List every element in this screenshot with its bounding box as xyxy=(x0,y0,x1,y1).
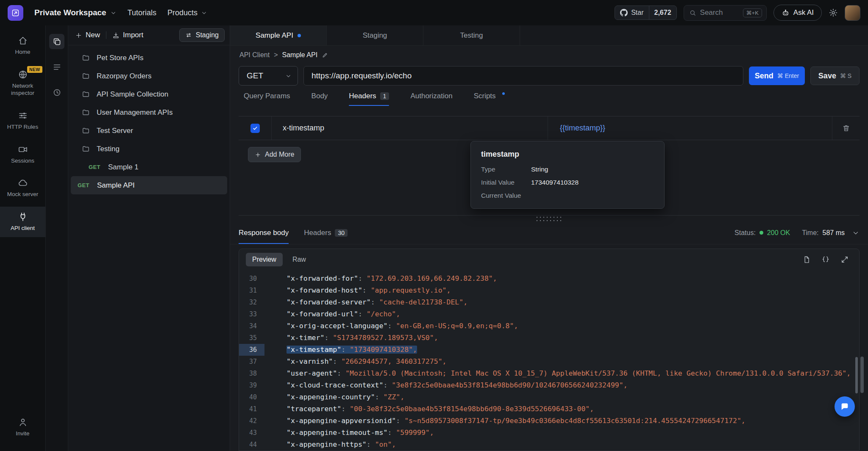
request-sample-api[interactable]: GETSample API xyxy=(71,176,227,194)
breadcrumb: API Client > Sample API xyxy=(230,46,868,64)
collections-panel-button[interactable] xyxy=(49,34,64,49)
sidebar-item-label: Home xyxy=(15,49,30,56)
request-tab-label: Scripts xyxy=(474,92,496,100)
header-enabled-checkbox[interactable] xyxy=(250,124,260,133)
collection-testing[interactable]: Testing xyxy=(68,140,230,158)
request-tab-headers[interactable]: Headers1 xyxy=(349,86,389,106)
request-tab-scripts[interactable]: Scripts xyxy=(474,86,505,106)
main-content: Sample APIStagingTesting API Client > Sa… xyxy=(230,25,868,451)
url-input[interactable] xyxy=(312,71,735,80)
view-preview-button[interactable]: Preview xyxy=(246,253,283,266)
sidebar-item-home[interactable]: Home xyxy=(0,30,45,61)
header-value-field[interactable]: {{timestamp}} xyxy=(548,116,832,140)
home-icon xyxy=(18,36,28,46)
ask-ai-label: Ask AI xyxy=(793,8,814,17)
method-select[interactable]: GET xyxy=(239,66,298,86)
code-line: 33"x-forwarded-url": "/echo", xyxy=(239,308,859,320)
workspace-switcher[interactable]: Private Workspace xyxy=(34,8,117,17)
folder-icon xyxy=(82,145,90,153)
requestly-logo-icon[interactable] xyxy=(8,5,23,21)
expand-icon[interactable] xyxy=(840,255,849,264)
line-number: 33 xyxy=(239,308,264,320)
collection-razorpay-orders[interactable]: Razorpay Orders xyxy=(68,67,230,85)
window-scrollbar[interactable] xyxy=(860,357,864,393)
line-number: 42 xyxy=(239,415,264,427)
response-scrollbar[interactable] xyxy=(855,357,858,393)
delete-header-button[interactable] xyxy=(832,116,860,140)
folder-icon xyxy=(82,54,90,62)
plus-icon xyxy=(255,152,261,158)
doc-tab-testing[interactable]: Testing xyxy=(423,25,520,45)
sidebar-item-sessions[interactable]: Sessions xyxy=(0,139,45,170)
search-input[interactable] xyxy=(700,8,739,17)
tab-response-headers[interactable]: Headers 30 xyxy=(304,221,348,244)
code-line: 37"x-varnish": "2662944577, 3460317275", xyxy=(239,356,859,368)
sidebar-item-api-client[interactable]: API client xyxy=(0,207,45,237)
nav-tutorials-label: Tutorials xyxy=(128,8,156,17)
breadcrumb-root[interactable]: API Client xyxy=(239,51,270,59)
environments-panel-button[interactable] xyxy=(49,59,64,75)
settings-gear-icon[interactable] xyxy=(829,8,838,17)
doc-tab-sample-api[interactable]: Sample API xyxy=(230,25,327,45)
pane-resize-handle[interactable] xyxy=(535,216,563,222)
sidebar-item-http-rules[interactable]: HTTP Rules xyxy=(0,105,45,136)
variable-popover: timestamp TypeStringInitial Value1734097… xyxy=(470,141,665,209)
search-box[interactable]: ⌘+K xyxy=(684,5,767,21)
doc-tab-staging[interactable]: Staging xyxy=(327,25,423,45)
variable-popover-title: timestamp xyxy=(481,150,654,159)
request-tab-authorization[interactable]: Authorization xyxy=(410,86,452,106)
folder-icon xyxy=(82,127,90,135)
response-header: Response body Headers 30 Status: 200 OK … xyxy=(230,221,868,244)
save-button[interactable]: Save ⌘ S xyxy=(810,66,860,85)
environment-name: Staging xyxy=(196,31,219,39)
github-star-widget[interactable]: Star 2,672 xyxy=(615,6,676,20)
format-braces-icon[interactable] xyxy=(821,255,830,264)
collection-api-sample-collection[interactable]: API Sample Collection xyxy=(68,85,230,103)
primary-sidebar: HomeNEWNetwork inspectorHTTP RulesSessio… xyxy=(0,25,46,451)
sidebar-item-network-inspector[interactable]: NEWNetwork inspector xyxy=(0,64,45,102)
tree-item-name: API Sample Collection xyxy=(97,90,168,99)
add-more-button[interactable]: Add More xyxy=(248,147,301,162)
nav-tutorials[interactable]: Tutorials xyxy=(128,8,156,17)
new-button[interactable]: New xyxy=(75,31,100,39)
nav-products-label: Products xyxy=(167,8,198,17)
send-button[interactable]: Send ⌘ Enter xyxy=(749,66,805,85)
request-tab-query-params[interactable]: Query Params xyxy=(244,86,290,106)
search-icon xyxy=(689,9,696,17)
ask-ai-button[interactable]: Ask AI xyxy=(773,5,822,21)
check-icon xyxy=(252,125,258,131)
environment-switcher[interactable]: Staging xyxy=(179,28,225,42)
nav-products[interactable]: Products xyxy=(167,8,207,17)
status-value: 200 OK xyxy=(767,229,790,237)
chat-fab-button[interactable] xyxy=(835,396,855,417)
collection-user-management-apis[interactable]: User Management APIs xyxy=(68,103,230,122)
tree-item-name: Sample API xyxy=(97,181,135,190)
chevron-down-icon xyxy=(285,73,292,79)
copy-response-icon[interactable] xyxy=(802,255,811,264)
history-panel-button[interactable] xyxy=(49,85,64,100)
edit-name-pencil-icon[interactable] xyxy=(322,52,328,58)
response-body-label: Response body xyxy=(239,229,289,237)
popover-row-label: Current Value xyxy=(481,191,531,200)
tab-count-badge: 1 xyxy=(380,92,389,100)
time-value: 587 ms xyxy=(823,229,845,237)
sidebar-item-mock-server[interactable]: Mock server xyxy=(0,173,45,203)
request-sample-1[interactable]: GETSample 1 xyxy=(68,158,230,176)
tab-response-body[interactable]: Response body xyxy=(239,221,289,244)
import-button[interactable]: Import xyxy=(112,31,143,39)
collapse-response-chevron-icon[interactable] xyxy=(852,229,860,237)
folder-icon xyxy=(82,90,90,98)
line-number: 34 xyxy=(239,320,264,332)
view-raw-button[interactable]: Raw xyxy=(286,253,312,266)
collection-pet-store-apis[interactable]: Pet Store APIs xyxy=(68,49,230,67)
github-star-count: 2,672 xyxy=(649,6,676,19)
sidebar-item-invite[interactable]: Invite xyxy=(0,412,45,443)
request-tab-body[interactable]: Body xyxy=(312,86,328,106)
status-cluster: Status: 200 OK Time: 587 ms xyxy=(734,229,860,237)
chevron-down-icon xyxy=(201,10,207,16)
collection-test-server[interactable]: Test Server xyxy=(68,122,230,140)
header-key-field[interactable]: x-timestamp xyxy=(272,116,548,140)
sessions-icon xyxy=(18,144,28,155)
avatar[interactable] xyxy=(845,5,860,21)
chevron-down-icon xyxy=(110,10,117,16)
